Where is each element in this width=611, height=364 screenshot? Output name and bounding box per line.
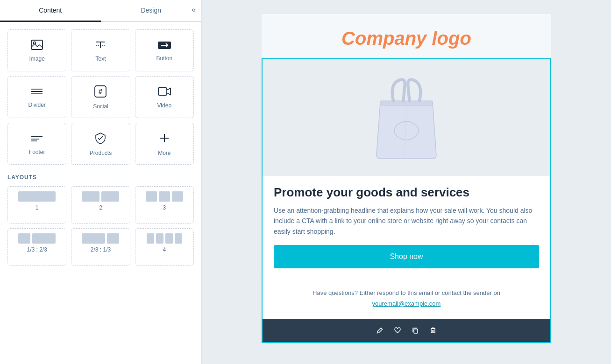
promo-heading: Promote your goods and services [274,185,539,200]
module-image-label: Image [29,56,44,62]
module-text[interactable]: Text [71,29,130,71]
layout-2-preview [75,191,126,202]
product-image-area [263,59,550,176]
layout-2-label: 2 [99,204,102,211]
module-social[interactable]: # Social [71,76,130,118]
promo-body: Use an attention-grabbing headline that … [274,205,539,237]
module-button[interactable]: Button [135,29,194,71]
favorite-button[interactable] [390,322,405,338]
tab-design[interactable]: Design [101,0,202,22]
module-button-label: Button [156,55,172,62]
layout-2-3-1-3[interactable]: 2/3 : 1/3 [71,228,130,266]
module-video-label: Video [157,102,171,109]
layout-2-3-1-3-preview [75,233,126,244]
layout-1-3-2-3[interactable]: 1/3 : 2/3 [7,228,66,266]
layout-1-label: 1 [36,204,39,211]
company-logo-area: Company logo [262,14,551,58]
svg-rect-0 [31,40,43,49]
layout-4-label: 4 [163,246,166,253]
layout-3-label: 3 [163,204,166,211]
footer-contact-text: Have questions? Either respond to this e… [274,289,539,296]
module-footer-label: Footer [29,149,45,155]
copy-button[interactable] [407,322,423,338]
layout-4[interactable]: 4 [135,228,194,266]
shop-now-button[interactable]: Shop now [274,245,539,268]
footer-icon [30,133,43,146]
layout-1-preview [12,191,62,202]
layout-1-3-2-3-label: 1/3 : 2/3 [27,246,47,253]
svg-rect-21 [431,329,435,333]
sidebar: « Content Design Image [0,0,202,364]
tab-content[interactable]: Content [0,0,101,22]
module-more[interactable]: More [135,123,194,165]
image-icon [31,40,43,53]
module-footer[interactable]: Footer [7,123,66,165]
email-body-section[interactable]: Promote your goods and services Use an a… [262,58,551,343]
video-icon [158,86,171,99]
collapse-button[interactable]: « [190,4,198,16]
delete-button[interactable] [425,322,441,338]
layout-grid: 1 2 3 [7,186,194,266]
main-preview: Company logo [202,0,611,364]
svg-text:#: # [99,88,103,95]
module-products[interactable]: Products [71,123,130,165]
element-toolbar [263,319,550,342]
products-icon [94,132,107,147]
text-icon [94,40,107,53]
layout-1[interactable]: 1 [7,186,66,224]
email-text-area: Promote your goods and services Use an a… [263,176,550,278]
svg-rect-20 [414,329,418,333]
sidebar-tabs: Content Design [0,0,201,22]
svg-rect-18 [380,101,433,105]
layouts-title: LAYOUTS [7,174,194,181]
button-icon [157,40,171,52]
social-icon: # [94,85,107,100]
module-products-label: Products [90,150,112,156]
email-footer-contact: Have questions? Either respond to this e… [263,278,550,319]
more-icon [158,132,171,147]
footer-email-link[interactable]: youremail@example.com [372,300,441,307]
layout-4-preview [139,233,190,244]
module-social-label: Social [93,103,108,110]
edit-button[interactable] [372,322,388,338]
module-image[interactable]: Image [7,29,66,71]
module-divider-label: Divider [28,102,45,108]
email-preview: Company logo [262,14,551,343]
layout-3-preview [139,191,190,202]
svg-rect-12 [158,88,167,95]
company-logo-text: Company logo [271,28,542,49]
content-panel: Image Text [0,22,201,364]
module-grid: Image Text [7,29,194,165]
module-more-label: More [158,150,171,156]
module-text-label: Text [95,56,106,62]
layout-3[interactable]: 3 [135,186,194,224]
layout-2[interactable]: 2 [71,186,130,224]
module-video[interactable]: Video [135,76,194,118]
layout-1-3-2-3-preview [12,233,62,244]
module-divider[interactable]: Divider [7,76,66,118]
layout-2-3-1-3-label: 2/3 : 1/3 [91,246,111,253]
divider-icon [30,87,43,99]
